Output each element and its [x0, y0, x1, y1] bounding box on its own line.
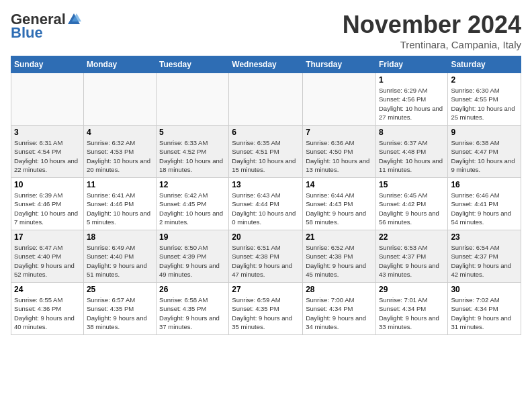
weekday-header-friday: Friday: [375, 56, 447, 73]
day-number: 12: [159, 180, 226, 189]
calendar-cell: 28Sunrise: 7:00 AMSunset: 4:34 PMDayligh…: [303, 283, 376, 335]
day-number: 25: [87, 285, 153, 294]
calendar-week-3: 10Sunrise: 6:39 AMSunset: 4:46 PMDayligh…: [11, 178, 521, 230]
calendar-cell: 6Sunrise: 6:35 AMSunset: 4:51 PMDaylight…: [229, 126, 303, 178]
day-info: Sunrise: 6:31 AMSunset: 4:54 PMDaylight:…: [14, 138, 81, 174]
day-info: Sunrise: 6:52 AMSunset: 4:38 PMDaylight:…: [306, 243, 373, 279]
day-info: Sunrise: 7:00 AMSunset: 4:34 PMDaylight:…: [306, 295, 373, 331]
calendar-cell: 19Sunrise: 6:50 AMSunset: 4:39 PMDayligh…: [157, 230, 229, 283]
day-info: Sunrise: 6:47 AMSunset: 4:40 PMDaylight:…: [14, 243, 81, 279]
day-info: Sunrise: 7:02 AMSunset: 4:34 PMDaylight:…: [451, 295, 518, 331]
day-number: 15: [379, 180, 445, 189]
day-number: 11: [87, 180, 153, 189]
calendar-cell: 15Sunrise: 6:45 AMSunset: 4:42 PMDayligh…: [375, 178, 447, 230]
logo: General Blue: [11, 11, 82, 42]
calendar-week-4: 17Sunrise: 6:47 AMSunset: 4:40 PMDayligh…: [11, 230, 521, 283]
day-number: 20: [232, 232, 300, 242]
calendar-cell: 29Sunrise: 7:01 AMSunset: 4:34 PMDayligh…: [375, 283, 447, 335]
day-number: 26: [159, 285, 226, 294]
day-info: Sunrise: 6:53 AMSunset: 4:37 PMDaylight:…: [379, 243, 445, 279]
calendar-cell: 4Sunrise: 6:32 AMSunset: 4:53 PMDaylight…: [83, 126, 156, 178]
calendar-cell: 13Sunrise: 6:43 AMSunset: 4:44 PMDayligh…: [229, 178, 303, 230]
day-info: Sunrise: 6:45 AMSunset: 4:42 PMDaylight:…: [379, 191, 445, 226]
day-number: 3: [14, 128, 81, 137]
day-number: 21: [306, 232, 373, 242]
day-info: Sunrise: 6:58 AMSunset: 4:35 PMDaylight:…: [159, 295, 226, 331]
calendar-body: 1Sunrise: 6:29 AMSunset: 4:56 PMDaylight…: [11, 73, 521, 335]
day-info: Sunrise: 6:32 AMSunset: 4:53 PMDaylight:…: [87, 138, 153, 174]
day-info: Sunrise: 6:49 AMSunset: 4:40 PMDaylight:…: [87, 243, 153, 279]
calendar-cell: [229, 73, 303, 126]
day-number: 8: [379, 128, 445, 137]
calendar-cell: [11, 73, 84, 126]
day-info: Sunrise: 6:33 AMSunset: 4:52 PMDaylight:…: [159, 138, 226, 174]
calendar-cell: 20Sunrise: 6:51 AMSunset: 4:38 PMDayligh…: [229, 230, 303, 283]
day-number: 27: [232, 285, 300, 294]
weekday-header-saturday: Saturday: [448, 56, 521, 73]
day-number: 19: [159, 232, 226, 242]
day-info: Sunrise: 6:54 AMSunset: 4:37 PMDaylight:…: [451, 243, 518, 279]
day-number: 13: [232, 180, 300, 189]
calendar-cell: [83, 73, 156, 126]
calendar-table: SundayMondayTuesdayWednesdayThursdayFrid…: [11, 56, 521, 335]
day-number: 22: [379, 232, 445, 242]
day-number: 16: [451, 180, 518, 189]
calendar-cell: 30Sunrise: 7:02 AMSunset: 4:34 PMDayligh…: [448, 283, 521, 335]
calendar-cell: 11Sunrise: 6:41 AMSunset: 4:46 PMDayligh…: [83, 178, 156, 230]
day-number: 5: [159, 128, 226, 137]
day-info: Sunrise: 6:41 AMSunset: 4:46 PMDaylight:…: [87, 191, 153, 226]
day-number: 29: [379, 285, 445, 294]
calendar-cell: 14Sunrise: 6:44 AMSunset: 4:43 PMDayligh…: [303, 178, 376, 230]
day-info: Sunrise: 6:50 AMSunset: 4:39 PMDaylight:…: [159, 243, 226, 279]
calendar-cell: 23Sunrise: 6:54 AMSunset: 4:37 PMDayligh…: [448, 230, 521, 283]
calendar-cell: 17Sunrise: 6:47 AMSunset: 4:40 PMDayligh…: [11, 230, 84, 283]
weekday-header-monday: Monday: [83, 56, 156, 73]
day-info: Sunrise: 6:43 AMSunset: 4:44 PMDaylight:…: [232, 191, 300, 226]
calendar-cell: 8Sunrise: 6:37 AMSunset: 4:48 PMDaylight…: [375, 126, 447, 178]
calendar-cell: 5Sunrise: 6:33 AMSunset: 4:52 PMDaylight…: [157, 126, 229, 178]
day-info: Sunrise: 6:37 AMSunset: 4:48 PMDaylight:…: [379, 138, 445, 174]
day-info: Sunrise: 6:30 AMSunset: 4:55 PMDaylight:…: [451, 86, 518, 122]
title-area: November 2024 Trentinara, Campania, Ital…: [343, 11, 521, 50]
calendar-cell: 27Sunrise: 6:59 AMSunset: 4:35 PMDayligh…: [229, 283, 303, 335]
day-number: 1: [379, 75, 445, 85]
calendar-header-row: SundayMondayTuesdayWednesdayThursdayFrid…: [11, 56, 521, 73]
day-number: 2: [451, 75, 518, 85]
weekday-header-tuesday: Tuesday: [157, 56, 229, 73]
logo-icon: [66, 12, 81, 27]
logo-blue: Blue: [11, 24, 43, 42]
day-number: 23: [451, 232, 518, 242]
day-number: 10: [14, 180, 81, 189]
calendar-subtitle: Trentinara, Campania, Italy: [343, 39, 521, 50]
day-info: Sunrise: 6:36 AMSunset: 4:50 PMDaylight:…: [306, 138, 373, 174]
calendar-cell: 2Sunrise: 6:30 AMSunset: 4:55 PMDaylight…: [448, 73, 521, 126]
calendar-cell: 1Sunrise: 6:29 AMSunset: 4:56 PMDaylight…: [375, 73, 447, 126]
calendar-cell: 24Sunrise: 6:55 AMSunset: 4:36 PMDayligh…: [11, 283, 84, 335]
calendar-cell: 18Sunrise: 6:49 AMSunset: 4:40 PMDayligh…: [83, 230, 156, 283]
calendar-week-2: 3Sunrise: 6:31 AMSunset: 4:54 PMDaylight…: [11, 126, 521, 178]
calendar-cell: 26Sunrise: 6:58 AMSunset: 4:35 PMDayligh…: [157, 283, 229, 335]
day-info: Sunrise: 7:01 AMSunset: 4:34 PMDaylight:…: [379, 295, 445, 331]
day-number: 24: [14, 285, 81, 294]
day-info: Sunrise: 6:46 AMSunset: 4:41 PMDaylight:…: [451, 191, 518, 226]
day-info: Sunrise: 6:44 AMSunset: 4:43 PMDaylight:…: [306, 191, 373, 226]
day-info: Sunrise: 6:38 AMSunset: 4:47 PMDaylight:…: [451, 138, 518, 174]
weekday-header-wednesday: Wednesday: [229, 56, 303, 73]
day-number: 14: [306, 180, 373, 189]
day-number: 7: [306, 128, 373, 137]
day-number: 30: [451, 285, 518, 294]
calendar-week-5: 24Sunrise: 6:55 AMSunset: 4:36 PMDayligh…: [11, 283, 521, 335]
day-number: 6: [232, 128, 300, 137]
day-info: Sunrise: 6:55 AMSunset: 4:36 PMDaylight:…: [14, 295, 81, 331]
day-info: Sunrise: 6:57 AMSunset: 4:35 PMDaylight:…: [87, 295, 153, 331]
calendar-cell: 7Sunrise: 6:36 AMSunset: 4:50 PMDaylight…: [303, 126, 376, 178]
day-number: 4: [87, 128, 153, 137]
calendar-cell: 21Sunrise: 6:52 AMSunset: 4:38 PMDayligh…: [303, 230, 376, 283]
day-info: Sunrise: 6:39 AMSunset: 4:46 PMDaylight:…: [14, 191, 81, 226]
calendar-cell: 3Sunrise: 6:31 AMSunset: 4:54 PMDaylight…: [11, 126, 84, 178]
calendar-cell: 10Sunrise: 6:39 AMSunset: 4:46 PMDayligh…: [11, 178, 84, 230]
calendar-cell: 9Sunrise: 6:38 AMSunset: 4:47 PMDaylight…: [448, 126, 521, 178]
calendar-cell: 12Sunrise: 6:42 AMSunset: 4:45 PMDayligh…: [157, 178, 229, 230]
calendar-week-1: 1Sunrise: 6:29 AMSunset: 4:56 PMDaylight…: [11, 73, 521, 126]
day-info: Sunrise: 6:29 AMSunset: 4:56 PMDaylight:…: [379, 86, 445, 122]
